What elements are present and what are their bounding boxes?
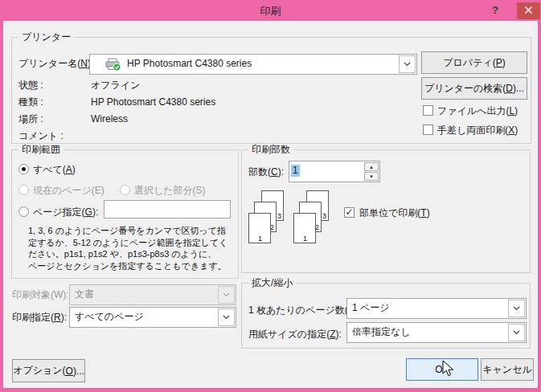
printer-status-icon (105, 58, 121, 74)
print-what-value: 文書 (75, 288, 94, 300)
range-pages-label[interactable]: ページ指定(G): (33, 206, 98, 218)
pages-per-sheet-label: 1 枚あたりのページ数(H): (248, 304, 361, 316)
page-range-group-label: 印刷範囲 (18, 144, 64, 156)
copies-group: 印刷部数 部数(C): 1 ▲ ▼ 3 2 1 3 2 1 ✓ 部単位で印刷(T… (241, 149, 531, 273)
print-what-label: 印刷対象(W): (12, 289, 69, 300)
close-icon (524, 6, 533, 17)
printer-location-label: 場所 : (18, 113, 43, 125)
close-button[interactable] (517, 2, 540, 19)
printer-group-label: プリンター (18, 31, 74, 43)
printer-group: プリンター プリンター名(N): HP Photosmart C4380 ser… (11, 37, 531, 144)
range-all-label[interactable]: すべて(A) (33, 164, 76, 175)
collate-label[interactable]: 部単位で印刷(T) (359, 207, 430, 218)
range-current-page-radio (18, 185, 29, 195)
printer-comment-label: コメント : (18, 130, 64, 141)
scale-to-paper-value: 倍率指定なし (352, 326, 411, 338)
scale-to-paper-label: 用紙サイズの指定(Z): (248, 329, 342, 340)
range-current-page-label: 現在のページ(E) (33, 185, 105, 196)
titlebar[interactable]: 印刷 ? (0, 0, 541, 21)
chevron-down-icon (223, 292, 230, 297)
range-all-radio[interactable] (18, 164, 29, 174)
printer-kind-value: HP Photosmart C4380 series (91, 96, 215, 108)
copies-decrement-button[interactable]: ▼ (364, 172, 379, 181)
printer-status-value: オフライン (91, 80, 140, 91)
dialog-body: プリンター プリンター名(N): HP Photosmart C4380 ser… (3, 21, 538, 388)
collate-checkbox[interactable]: ✓ (344, 207, 355, 218)
chevron-down-icon (513, 306, 520, 311)
printer-name-value: HP Photosmart C4380 series (127, 58, 252, 70)
ok-button[interactable]: OK (406, 358, 478, 381)
check-icon: ✓ (345, 208, 353, 216)
dialog-title: 印刷 (0, 4, 541, 18)
manual-duplex-checkbox[interactable] (423, 125, 433, 135)
page-range-hint: 1, 3, 6 のようにページ番号をカンマで区切って指 定するか、5-12 のよ… (28, 225, 234, 272)
cancel-button[interactable]: キャンセル (481, 358, 534, 381)
printer-name-dropdown-button[interactable] (399, 55, 416, 73)
printer-name-label: プリンター名(N): (18, 58, 93, 69)
copies-count-label: 部数(C): (248, 166, 284, 178)
printer-location-value: Wireless (91, 113, 128, 125)
print-pages-label: 印刷指定(R): (12, 312, 67, 323)
zoom-group-label: 拡大/縮小 (248, 277, 296, 289)
collate-pages-icon: 3 2 1 (248, 190, 284, 244)
pages-input[interactable] (104, 200, 231, 218)
print-pages-combobox[interactable]: すべてのページ (69, 307, 236, 328)
chevron-down-icon (223, 315, 230, 320)
printer-status-label: 状態 : (18, 80, 43, 91)
range-pages-radio[interactable] (18, 206, 29, 217)
help-button[interactable]: ? (488, 3, 502, 18)
print-to-file-label[interactable]: ファイルへ出力(L) (437, 105, 518, 116)
copies-group-label: 印刷部数 (248, 144, 293, 156)
chevron-down-icon (513, 330, 520, 335)
print-dialog-window: 印刷 ? プリンター プリンター名(N): (0, 0, 541, 392)
print-what-dropdown-button (218, 286, 235, 304)
page-range-group: 印刷範囲 すべて(A) 現在のページ(E) 選択した部分(S) ページ指定(G)… (11, 149, 239, 279)
print-to-file-checkbox[interactable] (423, 105, 433, 116)
chevron-down-icon (404, 62, 411, 67)
options-button[interactable]: オプション(O)... (12, 359, 85, 382)
scale-to-paper-dropdown-button[interactable] (508, 324, 525, 341)
zoom-group: 拡大/縮小 1 枚あたりのページ数(H): 1 ページ 用紙サイズの指定(Z):… (241, 283, 531, 349)
range-selection-radio (120, 185, 130, 195)
pages-per-sheet-combobox[interactable]: 1 ページ (346, 298, 527, 319)
find-printer-button[interactable]: プリンターの検索(D)... (421, 77, 527, 100)
range-selection-label: 選択した部分(S) (134, 185, 206, 196)
print-pages-value: すべてのページ (75, 311, 144, 323)
copies-count-value: 1 (291, 165, 300, 177)
print-what-combobox: 文書 (69, 284, 236, 305)
copies-count-input[interactable]: 1 ▲ ▼ (289, 161, 380, 182)
pages-per-sheet-value: 1 ページ (352, 302, 390, 314)
copies-increment-button[interactable]: ▲ (364, 162, 379, 171)
properties-button[interactable]: プロパティ(P) (421, 51, 527, 74)
printer-name-combobox[interactable]: HP Photosmart C4380 series (89, 54, 417, 75)
pages-per-sheet-dropdown-button[interactable] (508, 300, 525, 317)
manual-duplex-label[interactable]: 手差し両面印刷(X) (437, 125, 518, 136)
print-pages-dropdown-button[interactable] (218, 308, 235, 326)
collate-pages-icon: 3 2 1 (293, 190, 329, 244)
printer-kind-label: 種類 : (18, 96, 43, 108)
scale-to-paper-combobox[interactable]: 倍率指定なし (346, 322, 527, 343)
